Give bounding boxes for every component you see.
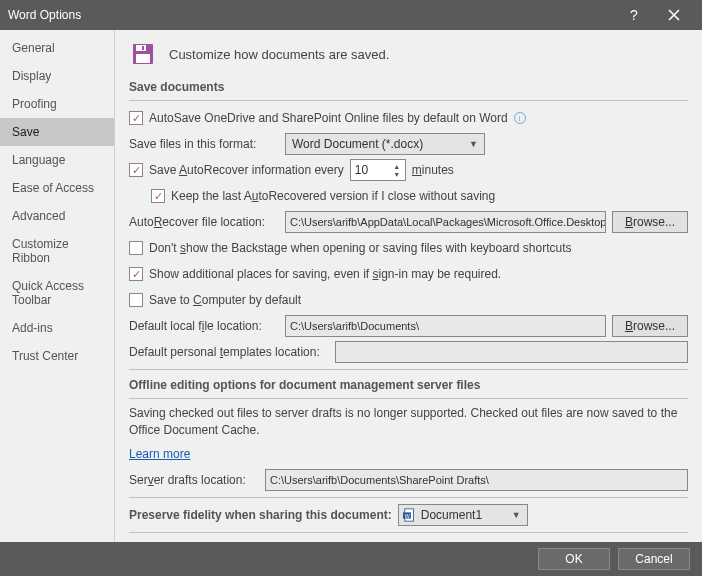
row-additional-places: Show additional places for saving, even … bbox=[129, 263, 688, 285]
row-preserve-header: Preserve fidelity when sharing this docu… bbox=[129, 504, 688, 526]
row-default-templates: Default personal templates location: bbox=[129, 341, 688, 363]
sidebar-item-customize-ribbon[interactable]: Customize Ribbon bbox=[0, 230, 114, 272]
save-computer-label: Save to Computer by default bbox=[149, 293, 301, 307]
titlebar: Word Options ? bbox=[0, 0, 702, 30]
svg-rect-1 bbox=[136, 45, 146, 51]
autorecover-checkbox[interactable] bbox=[129, 163, 143, 177]
svg-rect-2 bbox=[142, 46, 144, 50]
cancel-button[interactable]: Cancel bbox=[618, 548, 690, 570]
sidebar-item-general[interactable]: General bbox=[0, 34, 114, 62]
divider bbox=[129, 398, 688, 399]
default-loc-input[interactable]: C:\Users\arifb\Documents\ bbox=[285, 315, 606, 337]
row-server-drafts: Server drafts location: C:\Users\arifb\D… bbox=[129, 469, 688, 491]
keep-last-label: Keep the last AutoRecovered version if I… bbox=[171, 189, 495, 203]
autosave-checkbox[interactable] bbox=[129, 111, 143, 125]
default-loc-label: Default local file location: bbox=[129, 319, 279, 333]
svg-rect-3 bbox=[136, 54, 150, 63]
ok-button[interactable]: OK bbox=[538, 548, 610, 570]
word-options-dialog: Word Options ? General Display Proofing … bbox=[0, 0, 702, 576]
autorecover-unit: minutes bbox=[412, 163, 454, 177]
preserve-doc-select[interactable]: W Document1 ▼ bbox=[398, 504, 528, 526]
autorecover-value: 10 bbox=[355, 163, 368, 177]
ar-loc-input[interactable]: C:\Users\arifb\AppData\Local\Packages\Mi… bbox=[285, 211, 606, 233]
drafts-input[interactable]: C:\Users\arifb\Documents\SharePoint Draf… bbox=[265, 469, 688, 491]
backstage-label: Don't show the Backstage when opening or… bbox=[149, 241, 572, 255]
row-autorecover-location: AutoRecover file location: C:\Users\arif… bbox=[129, 211, 688, 233]
sidebar-item-advanced[interactable]: Advanced bbox=[0, 202, 114, 230]
chevron-down-icon: ▼ bbox=[469, 139, 478, 149]
row-save-format: Save files in this format: Word Document… bbox=[129, 133, 688, 155]
sidebar-item-language[interactable]: Language bbox=[0, 146, 114, 174]
section-offline: Offline editing options for document man… bbox=[129, 378, 688, 392]
ar-loc-label: AutoRecover file location: bbox=[129, 215, 279, 229]
row-autorecover: Save AutoRecover information every 10 ▲▼… bbox=[129, 159, 688, 181]
additional-checkbox[interactable] bbox=[129, 267, 143, 281]
default-tpl-label: Default personal templates location: bbox=[129, 345, 329, 359]
sidebar-item-trust-center[interactable]: Trust Center bbox=[0, 342, 114, 370]
row-save-computer: Save to Computer by default bbox=[129, 289, 688, 311]
row-backstage: Don't show the Backstage when opening or… bbox=[129, 237, 688, 259]
row-autosave: AutoSave OneDrive and SharePoint Online … bbox=[129, 107, 688, 129]
chevron-down-icon: ▼ bbox=[512, 510, 521, 520]
header-text: Customize how documents are saved. bbox=[169, 47, 389, 62]
word-doc-icon: W bbox=[403, 508, 417, 522]
spinner-buttons[interactable]: ▲▼ bbox=[391, 162, 403, 178]
save-format-select[interactable]: Word Document (*.docx) ▼ bbox=[285, 133, 485, 155]
preserve-doc-value: Document1 bbox=[421, 508, 482, 522]
section-save-documents: Save documents bbox=[129, 80, 688, 94]
sidebar-item-add-ins[interactable]: Add-ins bbox=[0, 314, 114, 342]
dialog-body: General Display Proofing Save Language E… bbox=[0, 30, 702, 542]
divider bbox=[129, 532, 688, 533]
button-bar: OK Cancel bbox=[0, 542, 702, 576]
content-pane: Customize how documents are saved. Save … bbox=[115, 30, 702, 542]
help-button[interactable]: ? bbox=[614, 0, 654, 30]
default-tpl-input[interactable] bbox=[335, 341, 688, 363]
row-keep-last: Keep the last AutoRecovered version if I… bbox=[129, 185, 688, 207]
divider bbox=[129, 497, 688, 498]
autosave-label: AutoSave OneDrive and SharePoint Online … bbox=[149, 111, 508, 125]
close-icon bbox=[668, 9, 680, 21]
backstage-checkbox[interactable] bbox=[129, 241, 143, 255]
sidebar: General Display Proofing Save Language E… bbox=[0, 30, 115, 542]
divider bbox=[129, 100, 688, 101]
offline-note: Saving checked out files to server draft… bbox=[129, 405, 688, 439]
svg-text:W: W bbox=[404, 512, 409, 518]
sidebar-item-quick-access-toolbar[interactable]: Quick Access Toolbar bbox=[0, 272, 114, 314]
close-button[interactable] bbox=[654, 0, 694, 30]
save-computer-checkbox[interactable] bbox=[129, 293, 143, 307]
row-offline-note: Saving checked out files to server draft… bbox=[129, 405, 688, 439]
learn-more-link[interactable]: Learn more bbox=[129, 447, 190, 461]
row-learn-more: Learn more bbox=[129, 443, 688, 465]
ar-loc-browse-button[interactable]: BBrowse...rowse... bbox=[612, 211, 688, 233]
default-loc-browse-button[interactable]: Browse... bbox=[612, 315, 688, 337]
divider bbox=[129, 369, 688, 370]
autorecover-minutes-input[interactable]: 10 ▲▼ bbox=[350, 159, 406, 181]
row-embed-fonts: Embed fonts in the file i bbox=[129, 539, 688, 542]
titlebar-title: Word Options bbox=[8, 8, 614, 22]
sidebar-item-ease-of-access[interactable]: Ease of Access bbox=[0, 174, 114, 202]
save-format-label: Save files in this format: bbox=[129, 137, 279, 151]
info-icon[interactable]: i bbox=[514, 112, 526, 124]
sidebar-item-save[interactable]: Save bbox=[0, 118, 114, 146]
save-icon bbox=[129, 40, 157, 68]
section-preserve: Preserve fidelity when sharing this docu… bbox=[129, 508, 392, 522]
sidebar-item-display[interactable]: Display bbox=[0, 62, 114, 90]
additional-label: Show additional places for saving, even … bbox=[149, 267, 501, 281]
drafts-label: Server drafts location: bbox=[129, 473, 259, 487]
save-format-value: Word Document (*.docx) bbox=[292, 137, 423, 151]
keep-last-checkbox[interactable] bbox=[151, 189, 165, 203]
row-default-location: Default local file location: C:\Users\ar… bbox=[129, 315, 688, 337]
autorecover-label: Save AutoRecover information every bbox=[149, 163, 344, 177]
header-row: Customize how documents are saved. bbox=[129, 40, 688, 68]
sidebar-item-proofing[interactable]: Proofing bbox=[0, 90, 114, 118]
